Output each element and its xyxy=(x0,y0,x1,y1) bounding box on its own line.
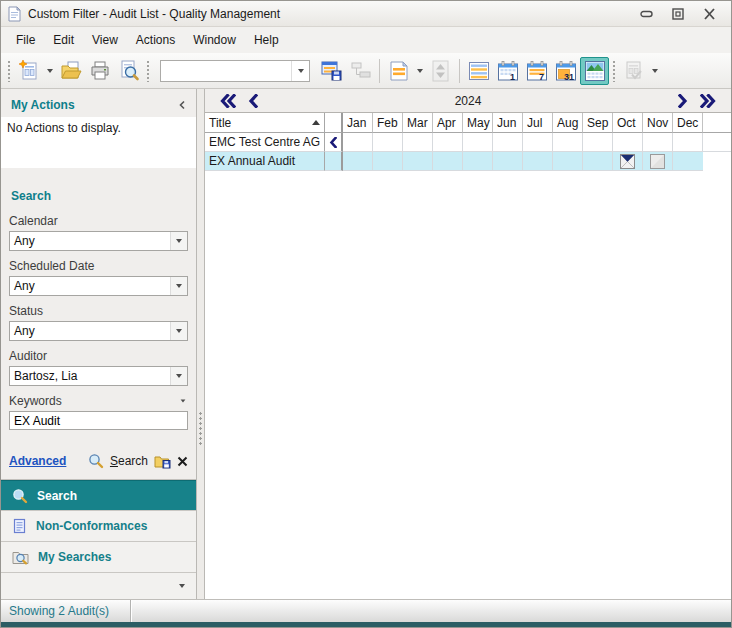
menu-file[interactable]: File xyxy=(7,29,44,51)
menu-window[interactable]: Window xyxy=(184,29,245,51)
nav-overflow-row[interactable] xyxy=(1,573,196,599)
sidebar-item-search[interactable]: Search xyxy=(1,480,196,511)
scheduled-date-label: Scheduled Date xyxy=(9,259,188,273)
continues-left-cell[interactable] xyxy=(325,133,343,152)
minimize-button[interactable] xyxy=(639,7,655,21)
filter-dropdown-button[interactable] xyxy=(291,61,309,81)
chevron-down-icon xyxy=(652,69,658,73)
chevron-right-icon xyxy=(678,94,688,108)
day-view-button[interactable]: 1 xyxy=(493,57,522,85)
run-search-button[interactable]: Search xyxy=(110,454,148,468)
auditor-select[interactable]: Bartosz, Lia xyxy=(9,366,188,386)
prev-month-button[interactable] xyxy=(242,94,264,108)
report-dropdown[interactable] xyxy=(648,57,661,85)
list-view-icon xyxy=(467,59,491,83)
sidebar: My Actions No Actions to display. Search… xyxy=(1,89,197,599)
toolbar-grip[interactable] xyxy=(146,60,150,82)
schedule-cell[interactable] xyxy=(373,152,403,171)
print-button[interactable] xyxy=(85,57,114,85)
month-view-button[interactable]: 31 xyxy=(551,57,580,85)
close-button[interactable] xyxy=(701,7,717,21)
schedule-cell[interactable] xyxy=(343,152,373,171)
calendar-field: Calendar Any xyxy=(9,210,188,251)
summary-view-button[interactable] xyxy=(384,57,413,85)
schedule-cell[interactable] xyxy=(583,133,613,152)
column-header-month: Apr xyxy=(433,113,463,133)
menu-help[interactable]: Help xyxy=(245,29,288,51)
chevron-down-icon[interactable] xyxy=(181,399,186,402)
schedule-cell-november[interactable] xyxy=(643,152,673,171)
schedule-cell[interactable] xyxy=(433,133,463,152)
next-month-button[interactable] xyxy=(672,94,694,108)
save-search-view-icon xyxy=(320,59,344,83)
maximize-button[interactable] xyxy=(670,7,686,21)
save-search-view-button[interactable] xyxy=(317,57,346,85)
prev-year-button[interactable] xyxy=(214,94,242,108)
print-preview-button[interactable] xyxy=(114,57,143,85)
menu-actions[interactable]: Actions xyxy=(127,29,184,51)
expand-rows-icon xyxy=(429,59,453,83)
column-header-title[interactable]: Title xyxy=(205,113,325,133)
scheduled-date-dropdown-button[interactable] xyxy=(170,277,187,295)
keywords-input[interactable] xyxy=(9,411,188,430)
schedule-cell[interactable] xyxy=(553,152,583,171)
report-icon xyxy=(622,59,646,83)
chevron-left-icon xyxy=(248,94,258,108)
new-audit-button[interactable] xyxy=(14,57,43,85)
clear-search-icon[interactable] xyxy=(177,456,188,467)
schedule-cell[interactable] xyxy=(523,152,553,171)
scheduled-audit-marker-icon[interactable] xyxy=(620,154,635,169)
auditor-dropdown-button[interactable] xyxy=(170,367,187,385)
new-audit-dropdown[interactable] xyxy=(43,57,56,85)
advanced-link[interactable]: Advanced xyxy=(9,454,66,468)
sidebar-item-my-searches[interactable]: My Searches xyxy=(1,542,196,573)
status-bar: Showing 2 Audit(s) xyxy=(1,599,731,622)
schedule-cell[interactable] xyxy=(403,152,433,171)
schedule-cell[interactable] xyxy=(673,133,703,152)
status-select[interactable]: Any xyxy=(9,321,188,341)
scheduled-date-field: Scheduled Date Any xyxy=(9,255,188,296)
calendar-dropdown-button[interactable] xyxy=(170,232,187,250)
schedule-cell[interactable] xyxy=(643,133,673,152)
column-header-month: Aug xyxy=(553,113,583,133)
status-dropdown-button[interactable] xyxy=(170,322,187,340)
audit-row-title[interactable]: EX Annual Audit xyxy=(205,152,325,171)
sidebar-item-non-conformances[interactable]: Non-Conformances xyxy=(1,511,196,542)
schedule-cell[interactable] xyxy=(403,133,433,152)
schedule-cell[interactable] xyxy=(373,133,403,152)
schedule-cell[interactable] xyxy=(463,133,493,152)
schedule-cell[interactable] xyxy=(343,133,373,152)
toolbar-grip[interactable] xyxy=(7,60,11,82)
week-view-button[interactable]: 7 xyxy=(522,57,551,85)
menu-edit[interactable]: Edit xyxy=(44,29,83,51)
chevron-down-icon xyxy=(176,374,182,378)
year-view-button[interactable] xyxy=(580,57,609,85)
schedule-cell-october[interactable] xyxy=(613,152,643,171)
schedule-cell[interactable] xyxy=(553,133,583,152)
collapse-panel-button[interactable] xyxy=(178,100,186,110)
filter-input[interactable] xyxy=(161,62,291,80)
schedule-cell[interactable] xyxy=(613,133,643,152)
open-button[interactable] xyxy=(56,57,85,85)
toolbar-grip[interactable] xyxy=(612,60,616,82)
menu-view[interactable]: View xyxy=(83,29,127,51)
audit-row-title[interactable]: EMC Test Centre AG xyxy=(205,133,325,152)
continues-left-cell[interactable] xyxy=(325,152,343,171)
schedule-cell[interactable] xyxy=(493,133,523,152)
save-search-icon[interactable] xyxy=(154,454,171,469)
sidebar-splitter[interactable] xyxy=(197,89,205,599)
summary-view-dropdown[interactable] xyxy=(413,57,426,85)
calendar-select[interactable]: Any xyxy=(9,231,188,251)
scheduled-date-select[interactable]: Any xyxy=(9,276,188,296)
next-year-button[interactable] xyxy=(694,94,722,108)
list-view-button[interactable] xyxy=(464,57,493,85)
print-preview-icon xyxy=(117,59,141,83)
schedule-cell[interactable] xyxy=(463,152,493,171)
schedule-cell[interactable] xyxy=(493,152,523,171)
schedule-cell[interactable] xyxy=(523,133,553,152)
schedule-cell[interactable] xyxy=(433,152,463,171)
pending-audit-marker-icon[interactable] xyxy=(650,154,665,169)
filter-combobox[interactable] xyxy=(160,60,310,82)
sidebar-item-label: Search xyxy=(37,489,77,503)
schedule-cell[interactable] xyxy=(583,152,613,171)
